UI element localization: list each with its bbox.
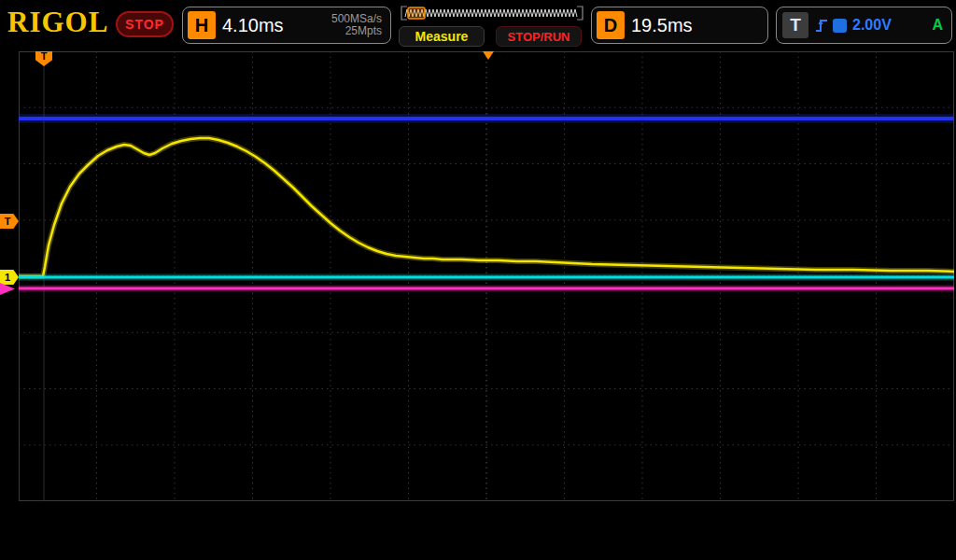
auto-trigger-indicator: A: [932, 17, 943, 34]
run-state-badge: STOP: [116, 11, 174, 37]
bottom-channel-bar: 1 6.00V 0.00V 2 3.00V 0.00V: [0, 509, 956, 560]
trigger-label: T: [782, 12, 808, 38]
delay-settings-box[interactable]: D 19.5ms: [591, 7, 768, 44]
waveform-display-area: T: [19, 51, 954, 501]
trigger-source-icon: [833, 19, 847, 33]
stop-run-button[interactable]: STOP/RUN: [496, 26, 582, 47]
memory-waveform-bar[interactable]: [396, 4, 588, 22]
measure-button[interactable]: Measure: [399, 26, 485, 47]
delay-label: D: [597, 11, 625, 39]
horizontal-settings-box[interactable]: H 4.10ms 500MSa/s 25Mpts: [182, 7, 391, 44]
trigger-level-value: 2.00V: [852, 17, 892, 34]
rising-edge-icon: [814, 17, 829, 34]
trigger-level-marker[interactable]: T: [0, 214, 19, 229]
brand-logo: RIGOL: [7, 6, 108, 39]
trigger-settings-box[interactable]: T 2.00V A: [776, 7, 952, 44]
delay-position-marker[interactable]: [483, 51, 494, 60]
memory-depth: 25Mpts: [331, 25, 382, 37]
acquisition-info: 500MSa/s 25Mpts: [331, 13, 382, 37]
top-status-bar: RIGOL STOP H 4.10ms 500MSa/s 25Mpts Meas…: [0, 0, 956, 50]
waveform-svg: [19, 51, 954, 501]
timebase-value: 4.10ms: [222, 15, 284, 36]
horizontal-label: H: [188, 11, 216, 39]
ch1-zero-marker[interactable]: 1: [0, 270, 19, 285]
delay-value: 19.5ms: [631, 15, 693, 36]
